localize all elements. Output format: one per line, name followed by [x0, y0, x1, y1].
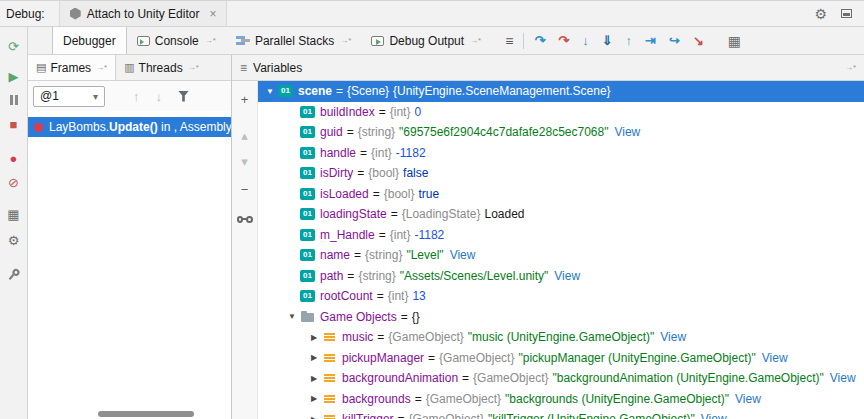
field-icon: 01 [300, 188, 315, 200]
tab-threads-label: Threads [139, 61, 183, 75]
step-over-icon[interactable]: ↷ [534, 33, 545, 48]
tab-frames[interactable]: ▤ Frames →* [28, 55, 116, 80]
equals-sign: = [336, 84, 343, 98]
thread-selector[interactable]: @1 ▾ [33, 86, 105, 107]
view-link[interactable]: View [554, 269, 580, 283]
settings-icon[interactable]: ⚙ [5, 231, 23, 249]
variable-row[interactable]: ▶pickupManager={GameObject}"pickupManage… [258, 348, 864, 369]
chevron-right-icon[interactable]: ▶ [306, 333, 322, 342]
remove-watch-icon[interactable]: − [237, 181, 253, 197]
tab-debugger[interactable]: Debugger [52, 27, 127, 54]
mute-breakpoints-icon[interactable]: ⊘ [5, 173, 23, 191]
field-icon: 01 [300, 147, 315, 159]
frame-row[interactable]: LayBombs.Update() in , Assembly-C [28, 117, 231, 137]
add-watch-icon[interactable]: + [237, 91, 253, 107]
variable-row[interactable]: 01name={string}"Level"View [258, 245, 864, 266]
view-link[interactable]: View [830, 371, 856, 385]
tab-pin-icon: →* [340, 36, 351, 45]
chevron-right-icon[interactable]: ▶ [306, 394, 322, 403]
view-link[interactable]: View [762, 351, 788, 365]
next-frame-icon[interactable]: ↓ [156, 89, 163, 104]
variable-row[interactable]: 01m_Handle={int}-1182 [258, 225, 864, 246]
variable-value: "music (UnityEngine.GameObject)" [468, 330, 655, 344]
resume-icon[interactable]: ▶ [5, 67, 23, 85]
view-link[interactable]: View [450, 248, 476, 262]
variable-name: buildIndex [320, 105, 375, 119]
move-watch-up-icon[interactable]: ▴ [237, 127, 253, 143]
close-icon[interactable]: × [209, 7, 216, 21]
tab-console[interactable]: Console →* [127, 27, 226, 54]
variable-row[interactable]: ▼Game Objects={} [258, 307, 864, 328]
view-link[interactable]: View [614, 125, 640, 139]
console-icon [137, 36, 150, 46]
chevron-right-icon[interactable]: ▶ [306, 415, 322, 419]
variable-name: backgrounds [342, 392, 411, 406]
variable-type: {int} [388, 289, 409, 303]
variable-row[interactable]: 01handle={int}-1182 [258, 143, 864, 164]
tab-debug-output[interactable]: Debug Output →* [361, 27, 491, 54]
tab-parallel-stacks[interactable]: Parallel Stacks →* [226, 27, 362, 54]
field-icon: 01 [300, 249, 315, 261]
stop-icon[interactable]: ■ [5, 115, 23, 133]
variables-menu-icon[interactable]: ≡ [240, 61, 247, 75]
pin-icon[interactable] [1, 261, 26, 286]
variable-name: music [342, 330, 373, 344]
filter-icon[interactable] [178, 91, 189, 102]
field-icon: 01 [300, 290, 315, 302]
variable-row[interactable]: ▶backgrounds={GameObject}"backgrounds (U… [258, 389, 864, 410]
view-breakpoints-icon[interactable]: ● [5, 149, 23, 167]
chevron-right-icon[interactable]: ▶ [306, 353, 322, 362]
tool-window-title: Debug: [6, 7, 45, 21]
chevron-down-icon[interactable]: ▼ [284, 312, 300, 321]
force-step-over-icon[interactable]: ↷ [558, 33, 569, 48]
equals-sign: = [377, 289, 384, 303]
chevron-down-icon[interactable]: ▼ [262, 87, 278, 96]
menu-icon[interactable]: ≡ [505, 33, 513, 49]
toolbar-separator [523, 33, 524, 49]
session-tab[interactable]: Attach to Unity Editor × [59, 1, 228, 26]
variable-name: pickupManager [342, 351, 424, 365]
chevron-right-icon[interactable]: ▶ [306, 374, 322, 383]
variable-name: Game Objects [320, 310, 397, 324]
layout-grid-icon[interactable]: ▦ [728, 33, 741, 49]
hide-icon[interactable] [841, 9, 852, 18]
rerun-icon[interactable]: ⟳ [5, 37, 23, 55]
horizontal-scrollbar-thumb[interactable] [98, 411, 194, 417]
step-out-icon[interactable]: ↑ [626, 33, 633, 48]
variable-row[interactable]: ▶killTrigger={GameObject}"killTrigger (U… [258, 409, 864, 419]
previous-frame-icon[interactable]: ↑ [133, 89, 140, 104]
smart-step-into-icon[interactable]: ↪ [669, 33, 680, 48]
variable-row[interactable]: 01rootCount={int}13 [258, 286, 864, 307]
tab-pin-icon: →* [470, 36, 481, 45]
variable-row[interactable]: 01path={string}"Assets/Scenes/Level.unit… [258, 266, 864, 287]
move-watch-down-icon[interactable]: ▾ [237, 153, 253, 169]
view-link[interactable]: View [735, 392, 761, 406]
variable-row[interactable]: 01loadingState={LoadingState}Loaded [258, 204, 864, 225]
variable-row[interactable]: ▶backgroundAnimation={GameObject}"backgr… [258, 368, 864, 389]
pause-icon[interactable] [5, 91, 23, 109]
force-step-into-icon[interactable]: ⇓ [602, 33, 613, 48]
variable-row[interactable]: ▼01scene={Scene}{UnityEngine.SceneManage… [258, 81, 864, 102]
view-link[interactable]: View [660, 330, 686, 344]
show-watches-icon[interactable] [237, 211, 253, 227]
variable-row[interactable]: 01isDirty={bool}false [258, 163, 864, 184]
step-into-icon[interactable]: ↓ [582, 33, 589, 48]
variable-value: "backgrounds (UnityEngine.GameObject)" [505, 392, 729, 406]
variable-row[interactable]: 01buildIndex={int}0 [258, 102, 864, 123]
variable-row[interactable]: ▶music={GameObject}"music (UnityEngine.G… [258, 327, 864, 348]
evaluate-expression-icon[interactable]: ↘ [693, 33, 704, 48]
restore-layout-icon[interactable]: ▦ [5, 205, 23, 223]
view-link[interactable]: View [701, 412, 727, 419]
tab-frames-label: Frames [50, 61, 91, 75]
variable-row[interactable]: 01isLoaded={bool}true [258, 184, 864, 205]
equals-sign: = [379, 228, 386, 242]
object-icon: 01 [278, 85, 293, 97]
session-tab-label: Attach to Unity Editor [87, 7, 200, 21]
variable-row[interactable]: 01guid={string}"69575e6f2904c4c7dafafe28… [258, 122, 864, 143]
run-to-cursor-icon[interactable]: ⇥ [645, 33, 656, 48]
variables-panel: ≡ Variables →* +▴▾− ▼01scene={Scene}{Uni… [232, 55, 864, 419]
gear-icon[interactable]: ⚙ [814, 6, 827, 22]
variable-value: "killTrigger (UnityEngine.GameObject)" [488, 412, 695, 419]
variable-value: 0 [414, 105, 421, 119]
tab-threads[interactable]: ▥ Threads →* [116, 55, 207, 80]
